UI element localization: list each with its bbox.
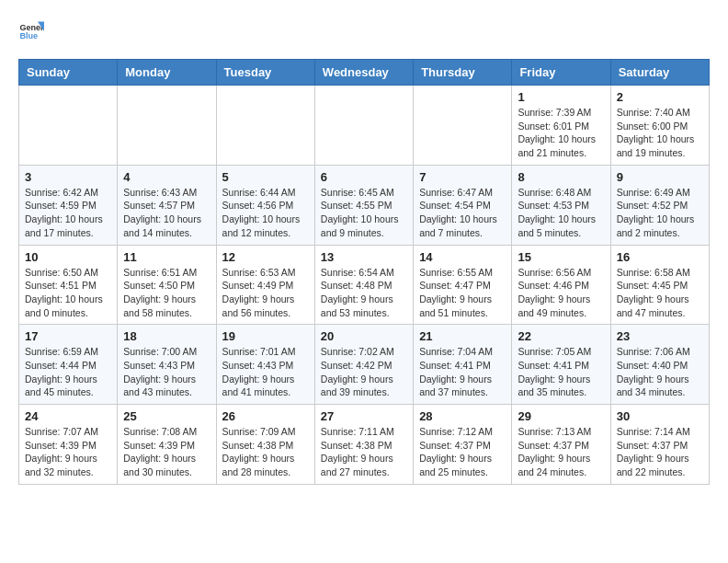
calendar-cell — [314, 86, 413, 166]
day-number: 12 — [222, 250, 309, 264]
calendar-cell: 4Sunrise: 6:43 AM Sunset: 4:57 PM Daylig… — [118, 165, 216, 245]
calendar-cell: 24Sunrise: 7:07 AM Sunset: 4:39 PM Dayli… — [19, 405, 118, 485]
calendar-table: SundayMondayTuesdayWednesdayThursdayFrid… — [18, 59, 710, 485]
day-number: 11 — [123, 250, 210, 264]
day-info: Sunrise: 7:40 AM Sunset: 6:00 PM Dayligh… — [617, 106, 703, 160]
calendar-cell: 2Sunrise: 7:40 AM Sunset: 6:00 PM Daylig… — [610, 86, 709, 166]
calendar-cell: 25Sunrise: 7:08 AM Sunset: 4:39 PM Dayli… — [118, 405, 216, 485]
day-number: 15 — [518, 250, 604, 264]
day-info: Sunrise: 7:09 AM Sunset: 4:38 PM Dayligh… — [222, 425, 309, 479]
day-info: Sunrise: 6:49 AM Sunset: 4:52 PM Dayligh… — [617, 186, 703, 240]
day-info: Sunrise: 6:51 AM Sunset: 4:50 PM Dayligh… — [123, 266, 210, 320]
calendar-cell: 8Sunrise: 6:48 AM Sunset: 4:53 PM Daylig… — [512, 165, 610, 245]
calendar-cell: 13Sunrise: 6:54 AM Sunset: 4:48 PM Dayli… — [314, 245, 413, 325]
calendar-cell: 28Sunrise: 7:12 AM Sunset: 4:37 PM Dayli… — [414, 405, 512, 485]
day-number: 5 — [222, 170, 309, 184]
day-info: Sunrise: 6:54 AM Sunset: 4:48 PM Dayligh… — [321, 266, 407, 320]
calendar-cell — [216, 86, 314, 166]
svg-text:Blue: Blue — [19, 31, 38, 40]
day-number: 3 — [25, 170, 111, 184]
day-info: Sunrise: 6:56 AM Sunset: 4:46 PM Dayligh… — [518, 266, 604, 320]
day-info: Sunrise: 6:42 AM Sunset: 4:59 PM Dayligh… — [25, 186, 111, 240]
day-number: 9 — [617, 170, 703, 184]
page-header: General Blue — [18, 18, 710, 44]
day-info: Sunrise: 6:58 AM Sunset: 4:45 PM Dayligh… — [617, 266, 703, 320]
day-number: 6 — [321, 170, 407, 184]
calendar-cell: 30Sunrise: 7:14 AM Sunset: 4:37 PM Dayli… — [610, 405, 709, 485]
calendar-cell: 14Sunrise: 6:55 AM Sunset: 4:47 PM Dayli… — [414, 245, 512, 325]
day-info: Sunrise: 7:07 AM Sunset: 4:39 PM Dayligh… — [25, 425, 111, 479]
calendar-cell: 26Sunrise: 7:09 AM Sunset: 4:38 PM Dayli… — [216, 405, 314, 485]
day-number: 21 — [419, 329, 506, 343]
day-number: 23 — [617, 329, 703, 343]
day-info: Sunrise: 7:08 AM Sunset: 4:39 PM Dayligh… — [123, 425, 210, 479]
day-info: Sunrise: 7:04 AM Sunset: 4:41 PM Dayligh… — [419, 345, 506, 399]
day-number: 22 — [518, 329, 604, 343]
calendar-cell — [414, 86, 512, 166]
weekday-header-friday: Friday — [512, 60, 610, 86]
calendar-cell: 18Sunrise: 7:00 AM Sunset: 4:43 PM Dayli… — [118, 325, 216, 405]
calendar-cell — [118, 86, 216, 166]
day-info: Sunrise: 7:12 AM Sunset: 4:37 PM Dayligh… — [419, 425, 506, 479]
weekday-header-monday: Monday — [118, 60, 216, 86]
day-number: 18 — [123, 329, 210, 343]
calendar-cell: 12Sunrise: 6:53 AM Sunset: 4:49 PM Dayli… — [216, 245, 314, 325]
weekday-header-tuesday: Tuesday — [216, 60, 314, 86]
calendar-cell: 15Sunrise: 6:56 AM Sunset: 4:46 PM Dayli… — [512, 245, 610, 325]
week-row-3: 10Sunrise: 6:50 AM Sunset: 4:51 PM Dayli… — [19, 245, 710, 325]
day-info: Sunrise: 6:59 AM Sunset: 4:44 PM Dayligh… — [25, 345, 111, 399]
calendar-cell: 29Sunrise: 7:13 AM Sunset: 4:37 PM Dayli… — [512, 405, 610, 485]
day-number: 20 — [321, 329, 407, 343]
day-info: Sunrise: 7:02 AM Sunset: 4:42 PM Dayligh… — [321, 345, 407, 399]
day-info: Sunrise: 7:00 AM Sunset: 4:43 PM Dayligh… — [123, 345, 210, 399]
day-number: 30 — [617, 409, 703, 423]
calendar-cell: 19Sunrise: 7:01 AM Sunset: 4:43 PM Dayli… — [216, 325, 314, 405]
calendar-cell: 10Sunrise: 6:50 AM Sunset: 4:51 PM Dayli… — [19, 245, 118, 325]
day-info: Sunrise: 7:39 AM Sunset: 6:01 PM Dayligh… — [518, 106, 604, 160]
day-number: 25 — [123, 409, 210, 423]
calendar-cell: 7Sunrise: 6:47 AM Sunset: 4:54 PM Daylig… — [414, 165, 512, 245]
day-info: Sunrise: 7:05 AM Sunset: 4:41 PM Dayligh… — [518, 345, 604, 399]
calendar-cell: 16Sunrise: 6:58 AM Sunset: 4:45 PM Dayli… — [610, 245, 709, 325]
weekday-header-saturday: Saturday — [610, 60, 709, 86]
calendar-cell: 23Sunrise: 7:06 AM Sunset: 4:40 PM Dayli… — [610, 325, 709, 405]
calendar-cell: 11Sunrise: 6:51 AM Sunset: 4:50 PM Dayli… — [118, 245, 216, 325]
day-number: 14 — [419, 250, 506, 264]
day-number: 28 — [419, 409, 506, 423]
weekday-header-sunday: Sunday — [19, 60, 118, 86]
day-info: Sunrise: 6:44 AM Sunset: 4:56 PM Dayligh… — [222, 186, 309, 240]
calendar-cell: 9Sunrise: 6:49 AM Sunset: 4:52 PM Daylig… — [610, 165, 709, 245]
week-row-5: 24Sunrise: 7:07 AM Sunset: 4:39 PM Dayli… — [19, 405, 710, 485]
day-number: 27 — [321, 409, 407, 423]
day-info: Sunrise: 6:48 AM Sunset: 4:53 PM Dayligh… — [518, 186, 604, 240]
calendar-cell — [19, 86, 118, 166]
calendar-cell: 21Sunrise: 7:04 AM Sunset: 4:41 PM Dayli… — [414, 325, 512, 405]
day-info: Sunrise: 6:45 AM Sunset: 4:55 PM Dayligh… — [321, 186, 407, 240]
calendar-cell: 20Sunrise: 7:02 AM Sunset: 4:42 PM Dayli… — [314, 325, 413, 405]
day-number: 4 — [123, 170, 210, 184]
logo: General Blue — [18, 18, 48, 44]
day-number: 19 — [222, 329, 309, 343]
day-number: 16 — [617, 250, 703, 264]
day-info: Sunrise: 6:43 AM Sunset: 4:57 PM Dayligh… — [123, 186, 210, 240]
day-info: Sunrise: 7:13 AM Sunset: 4:37 PM Dayligh… — [518, 425, 604, 479]
day-number: 8 — [518, 170, 604, 184]
weekday-header-thursday: Thursday — [414, 60, 512, 86]
day-number: 24 — [25, 409, 111, 423]
day-info: Sunrise: 7:11 AM Sunset: 4:38 PM Dayligh… — [321, 425, 407, 479]
calendar-cell: 5Sunrise: 6:44 AM Sunset: 4:56 PM Daylig… — [216, 165, 314, 245]
weekday-header-wednesday: Wednesday — [314, 60, 413, 86]
calendar-cell: 1Sunrise: 7:39 AM Sunset: 6:01 PM Daylig… — [512, 86, 610, 166]
calendar-cell: 22Sunrise: 7:05 AM Sunset: 4:41 PM Dayli… — [512, 325, 610, 405]
day-number: 26 — [222, 409, 309, 423]
calendar-cell: 6Sunrise: 6:45 AM Sunset: 4:55 PM Daylig… — [314, 165, 413, 245]
day-number: 13 — [321, 250, 407, 264]
week-row-4: 17Sunrise: 6:59 AM Sunset: 4:44 PM Dayli… — [19, 325, 710, 405]
day-info: Sunrise: 7:01 AM Sunset: 4:43 PM Dayligh… — [222, 345, 309, 399]
day-info: Sunrise: 7:06 AM Sunset: 4:40 PM Dayligh… — [617, 345, 703, 399]
weekday-header-row: SundayMondayTuesdayWednesdayThursdayFrid… — [19, 60, 710, 86]
day-number: 2 — [617, 90, 703, 104]
day-number: 17 — [25, 329, 111, 343]
calendar-cell: 27Sunrise: 7:11 AM Sunset: 4:38 PM Dayli… — [314, 405, 413, 485]
day-info: Sunrise: 6:55 AM Sunset: 4:47 PM Dayligh… — [419, 266, 506, 320]
